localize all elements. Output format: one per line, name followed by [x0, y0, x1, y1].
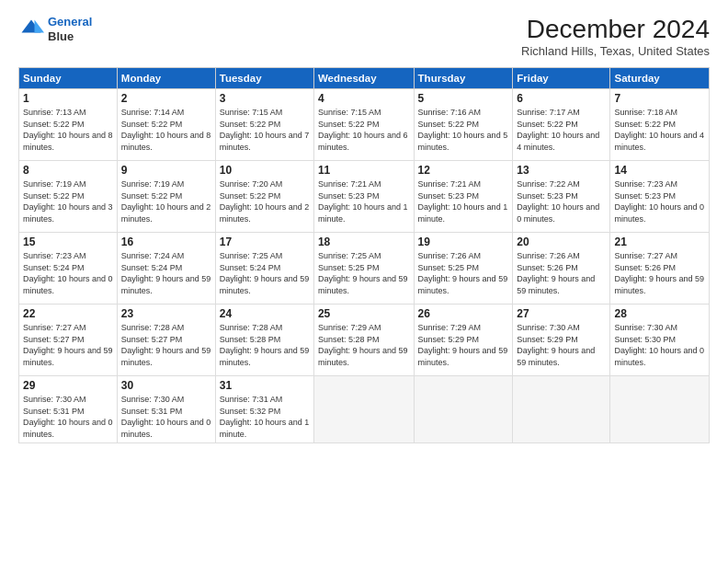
- calendar-cell: 17 Sunrise: 7:25 AM Sunset: 5:24 PM Dayl…: [215, 233, 313, 304]
- calendar-cell: 19 Sunrise: 7:26 AM Sunset: 5:25 PM Dayl…: [414, 233, 513, 304]
- svg-marker-1: [35, 19, 45, 32]
- day-number: 20: [517, 236, 606, 248]
- calendar-cell: 13 Sunrise: 7:22 AM Sunset: 5:23 PM Dayl…: [513, 161, 610, 233]
- calendar-cell: 3 Sunrise: 7:15 AM Sunset: 5:22 PM Dayli…: [215, 89, 313, 161]
- day-detail: Sunrise: 7:31 AM Sunset: 5:32 PM Dayligh…: [220, 394, 310, 440]
- day-detail: Sunrise: 7:28 AM Sunset: 5:28 PM Dayligh…: [220, 322, 310, 368]
- calendar-cell: 12 Sunrise: 7:21 AM Sunset: 5:23 PM Dayl…: [414, 161, 513, 233]
- calendar-cell: 18 Sunrise: 7:25 AM Sunset: 5:25 PM Dayl…: [313, 233, 414, 304]
- calendar-cell: 22 Sunrise: 7:27 AM Sunset: 5:27 PM Dayl…: [19, 304, 118, 376]
- calendar-cell: 29 Sunrise: 7:30 AM Sunset: 5:31 PM Dayl…: [19, 376, 118, 443]
- day-detail: Sunrise: 7:26 AM Sunset: 5:25 PM Dayligh…: [418, 250, 509, 296]
- calendar-cell: 25 Sunrise: 7:29 AM Sunset: 5:28 PM Dayl…: [313, 304, 414, 376]
- calendar-cell: 1 Sunrise: 7:13 AM Sunset: 5:22 PM Dayli…: [19, 89, 118, 161]
- calendar-cell: 23 Sunrise: 7:28 AM Sunset: 5:27 PM Dayl…: [117, 304, 215, 376]
- calendar-cell: 20 Sunrise: 7:26 AM Sunset: 5:26 PM Dayl…: [513, 233, 610, 304]
- day-number: 18: [318, 236, 410, 248]
- page: General Blue December 2024 Richland Hill…: [0, 0, 728, 563]
- day-detail: Sunrise: 7:26 AM Sunset: 5:26 PM Dayligh…: [517, 250, 606, 296]
- calendar-cell: 10 Sunrise: 7:20 AM Sunset: 5:22 PM Dayl…: [215, 161, 313, 233]
- col-saturday: Saturday: [610, 68, 710, 89]
- day-detail: Sunrise: 7:19 AM Sunset: 5:22 PM Dayligh…: [23, 178, 113, 224]
- title-block: December 2024 Richland Hills, Texas, Uni…: [521, 15, 710, 58]
- day-number: 7: [614, 92, 705, 105]
- calendar-cell: 7 Sunrise: 7:18 AM Sunset: 5:22 PM Dayli…: [610, 89, 710, 161]
- day-detail: Sunrise: 7:23 AM Sunset: 5:23 PM Dayligh…: [614, 178, 705, 224]
- day-number: 1: [23, 92, 113, 105]
- calendar-cell: 5 Sunrise: 7:16 AM Sunset: 5:22 PM Dayli…: [414, 89, 513, 161]
- logo: General Blue: [18, 15, 92, 43]
- calendar-week-3: 15 Sunrise: 7:23 AM Sunset: 5:24 PM Dayl…: [19, 233, 710, 304]
- day-number: 5: [418, 92, 509, 105]
- calendar-cell: 15 Sunrise: 7:23 AM Sunset: 5:24 PM Dayl…: [19, 233, 118, 304]
- calendar-cell: 26 Sunrise: 7:29 AM Sunset: 5:29 PM Dayl…: [414, 304, 513, 376]
- day-number: 30: [121, 379, 211, 392]
- day-number: 23: [121, 307, 211, 320]
- day-detail: Sunrise: 7:21 AM Sunset: 5:23 PM Dayligh…: [418, 178, 509, 224]
- day-number: 3: [220, 92, 310, 105]
- calendar-cell: 4 Sunrise: 7:15 AM Sunset: 5:22 PM Dayli…: [313, 89, 414, 161]
- col-tuesday: Tuesday: [215, 68, 313, 89]
- calendar-cell: 14 Sunrise: 7:23 AM Sunset: 5:23 PM Dayl…: [610, 161, 710, 233]
- logo-text: General Blue: [48, 15, 92, 43]
- day-detail: Sunrise: 7:22 AM Sunset: 5:23 PM Dayligh…: [517, 178, 606, 224]
- day-number: 26: [418, 307, 509, 320]
- calendar-week-1: 1 Sunrise: 7:13 AM Sunset: 5:22 PM Dayli…: [19, 89, 710, 161]
- calendar-cell: [313, 376, 414, 443]
- page-subtitle: Richland Hills, Texas, United States: [521, 44, 710, 58]
- calendar-cell: 16 Sunrise: 7:24 AM Sunset: 5:24 PM Dayl…: [117, 233, 215, 304]
- day-detail: Sunrise: 7:15 AM Sunset: 5:22 PM Dayligh…: [220, 107, 310, 153]
- col-monday: Monday: [117, 68, 215, 89]
- header: General Blue December 2024 Richland Hill…: [18, 15, 710, 58]
- logo-icon: [18, 17, 44, 42]
- day-detail: Sunrise: 7:28 AM Sunset: 5:27 PM Dayligh…: [121, 322, 211, 368]
- day-detail: Sunrise: 7:16 AM Sunset: 5:22 PM Dayligh…: [418, 107, 509, 153]
- calendar-week-4: 22 Sunrise: 7:27 AM Sunset: 5:27 PM Dayl…: [19, 304, 710, 376]
- col-friday: Friday: [513, 68, 610, 89]
- day-detail: Sunrise: 7:17 AM Sunset: 5:22 PM Dayligh…: [517, 107, 606, 153]
- calendar-cell: 8 Sunrise: 7:19 AM Sunset: 5:22 PM Dayli…: [19, 161, 118, 233]
- day-detail: Sunrise: 7:27 AM Sunset: 5:27 PM Dayligh…: [23, 322, 113, 368]
- day-number: 6: [517, 92, 606, 105]
- day-detail: Sunrise: 7:27 AM Sunset: 5:26 PM Dayligh…: [614, 250, 705, 296]
- calendar-cell: [513, 376, 610, 443]
- day-detail: Sunrise: 7:25 AM Sunset: 5:25 PM Dayligh…: [318, 250, 410, 296]
- calendar-cell: [610, 376, 710, 443]
- calendar-week-5: 29 Sunrise: 7:30 AM Sunset: 5:31 PM Dayl…: [19, 376, 710, 443]
- day-number: 16: [121, 236, 211, 248]
- day-detail: Sunrise: 7:30 AM Sunset: 5:30 PM Dayligh…: [614, 322, 705, 368]
- calendar-header-row: Sunday Monday Tuesday Wednesday Thursday…: [19, 68, 710, 89]
- logo-general: General: [48, 15, 92, 29]
- day-number: 27: [517, 307, 606, 320]
- day-number: 17: [220, 236, 310, 248]
- day-number: 13: [517, 164, 606, 177]
- day-detail: Sunrise: 7:15 AM Sunset: 5:22 PM Dayligh…: [318, 107, 410, 153]
- day-detail: Sunrise: 7:25 AM Sunset: 5:24 PM Dayligh…: [220, 250, 310, 296]
- day-number: 4: [318, 92, 410, 105]
- day-number: 14: [614, 164, 705, 177]
- day-detail: Sunrise: 7:21 AM Sunset: 5:23 PM Dayligh…: [318, 178, 410, 224]
- day-detail: Sunrise: 7:30 AM Sunset: 5:31 PM Dayligh…: [121, 394, 211, 440]
- calendar-cell: 6 Sunrise: 7:17 AM Sunset: 5:22 PM Dayli…: [513, 89, 610, 161]
- day-detail: Sunrise: 7:29 AM Sunset: 5:29 PM Dayligh…: [418, 322, 509, 368]
- day-number: 24: [220, 307, 310, 320]
- day-detail: Sunrise: 7:13 AM Sunset: 5:22 PM Dayligh…: [23, 107, 113, 153]
- day-number: 11: [318, 164, 410, 177]
- calendar-cell: 2 Sunrise: 7:14 AM Sunset: 5:22 PM Dayli…: [117, 89, 215, 161]
- col-wednesday: Wednesday: [313, 68, 414, 89]
- calendar-cell: 21 Sunrise: 7:27 AM Sunset: 5:26 PM Dayl…: [610, 233, 710, 304]
- day-number: 31: [220, 379, 310, 392]
- day-number: 9: [121, 164, 211, 177]
- col-sunday: Sunday: [19, 68, 118, 89]
- day-number: 10: [220, 164, 310, 177]
- day-detail: Sunrise: 7:24 AM Sunset: 5:24 PM Dayligh…: [121, 250, 211, 296]
- day-number: 2: [121, 92, 211, 105]
- calendar-cell: 31 Sunrise: 7:31 AM Sunset: 5:32 PM Dayl…: [215, 376, 313, 443]
- day-number: 21: [614, 236, 705, 248]
- day-detail: Sunrise: 7:19 AM Sunset: 5:22 PM Dayligh…: [121, 178, 211, 224]
- day-number: 12: [418, 164, 509, 177]
- calendar-week-2: 8 Sunrise: 7:19 AM Sunset: 5:22 PM Dayli…: [19, 161, 710, 233]
- day-detail: Sunrise: 7:30 AM Sunset: 5:31 PM Dayligh…: [23, 394, 113, 440]
- col-thursday: Thursday: [414, 68, 513, 89]
- day-detail: Sunrise: 7:23 AM Sunset: 5:24 PM Dayligh…: [23, 250, 113, 296]
